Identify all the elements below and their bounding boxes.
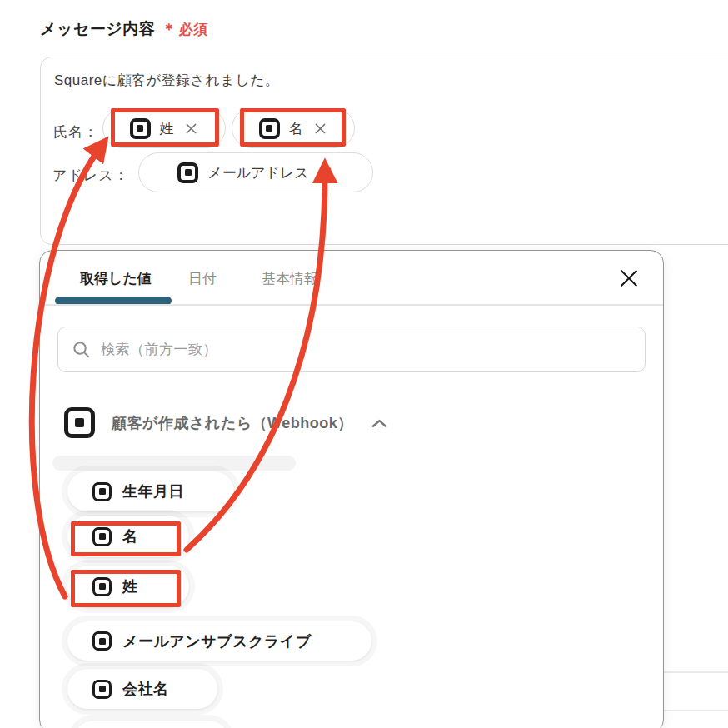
tab-date[interactable]: 日付 — [188, 269, 217, 288]
chevron-up-icon[interactable] — [371, 418, 387, 428]
token-chip-label: メールアドレス — [207, 163, 308, 182]
token-chip-first-name[interactable]: 名 — [232, 108, 355, 148]
page-title: メッセージ内容＊必須 — [40, 18, 208, 40]
remove-token-icon[interactable] — [318, 165, 334, 181]
list-item-label: 名 — [122, 526, 138, 546]
token-picker-popup: 取得した値 日付 基本情報 顧客が作成されたら（Webhook） 生年月日 — [39, 250, 664, 728]
search-icon — [72, 340, 91, 359]
tab-basic-info[interactable]: 基本情報 — [262, 269, 318, 288]
square-logo-icon — [64, 407, 95, 438]
list-item-label: メールアンサブスクライブ — [122, 631, 312, 651]
square-logo-icon — [92, 631, 112, 651]
square-logo-icon — [177, 162, 198, 183]
square-logo-icon — [259, 118, 280, 139]
tab-acquired-values[interactable]: 取得した値 — [80, 269, 152, 288]
required-badge: 必須 — [179, 22, 208, 37]
search-box[interactable] — [57, 327, 646, 372]
list-item-label: 姓 — [122, 576, 138, 596]
list-item-first-name[interactable]: 名 — [67, 516, 189, 557]
remove-token-icon[interactable] — [312, 121, 328, 137]
list-item-birthdate[interactable]: 生年月日 — [67, 471, 234, 511]
list-item-email-unsubscribe[interactable]: メールアンサブスクライブ — [67, 621, 371, 661]
token-chip-label: 名 — [289, 119, 303, 138]
message-body-text: Squareに顧客が登録されました。 — [54, 71, 280, 90]
token-chip-last-name[interactable]: 姓 — [102, 108, 226, 148]
list-item-label: 会社名 — [122, 679, 169, 699]
address-row-label: アドレス： — [52, 166, 129, 185]
token-chip-label: 姓 — [160, 119, 174, 138]
list-item-last-name[interactable]: 姓 — [67, 566, 189, 607]
list-item-company-name[interactable]: 会社名 — [67, 669, 217, 709]
trigger-group-header[interactable]: 顧客が作成されたら（Webhook） — [64, 407, 387, 438]
list-item-partial[interactable] — [74, 721, 228, 728]
search-input[interactable] — [101, 342, 631, 358]
list-scroll-edge — [52, 456, 296, 471]
square-logo-icon — [92, 680, 112, 699]
square-logo-icon — [92, 527, 112, 546]
square-logo-icon — [130, 118, 151, 139]
background-divider — [664, 710, 728, 711]
close-icon[interactable] — [615, 264, 643, 292]
message-content-box[interactable]: Squareに顧客が登録されました。 氏名： 姓 名 アドレス： メールアドレス — [40, 57, 728, 245]
remove-token-icon[interactable] — [183, 121, 199, 137]
background-divider — [664, 671, 728, 673]
token-chip-email[interactable]: メールアドレス — [138, 152, 373, 192]
square-logo-icon — [92, 482, 112, 501]
message-content-label: メッセージ内容 — [40, 20, 155, 37]
tab-divider — [40, 304, 663, 306]
required-asterisk-icon: ＊ — [162, 21, 177, 37]
trigger-group-label: 顧客が作成されたら（Webhook） — [112, 413, 353, 433]
screen: メッセージ内容＊必須 Squareに顧客が登録されました。 氏名： 姓 名 アド… — [0, 0, 728, 728]
name-row-label: 氏名： — [53, 122, 98, 142]
square-logo-icon — [92, 577, 112, 596]
list-item-label: 生年月日 — [122, 481, 184, 501]
